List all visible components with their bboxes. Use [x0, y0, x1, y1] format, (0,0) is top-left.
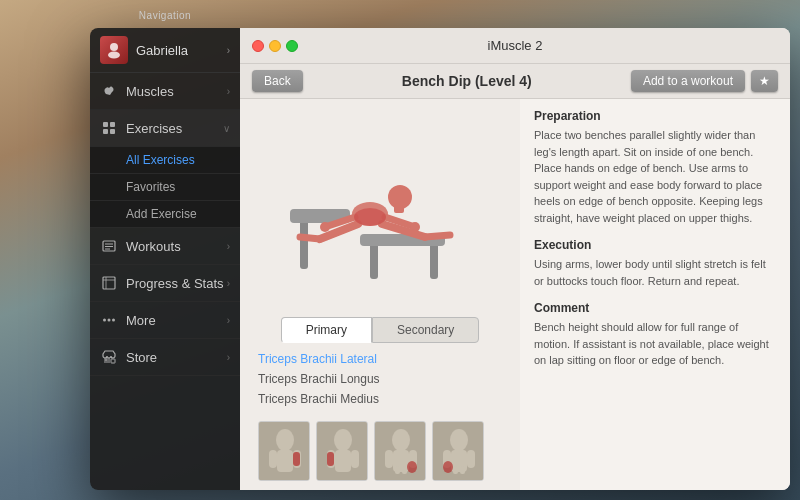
store-icon: [100, 348, 118, 366]
svg-rect-54: [385, 450, 393, 468]
svg-rect-63: [467, 450, 475, 468]
sidebar-item-store-label: Store: [126, 350, 227, 365]
svg-rect-50: [327, 452, 334, 466]
execution-heading: Execution: [534, 238, 776, 252]
tab-secondary[interactable]: Secondary: [372, 317, 479, 343]
preparation-text: Place two benches parallel slightly wide…: [534, 127, 776, 226]
svg-point-52: [392, 429, 410, 451]
execution-text: Using arms, lower body until slight stre…: [534, 256, 776, 289]
execution-section: Execution Using arms, lower body until s…: [534, 238, 776, 289]
svg-point-58: [407, 461, 417, 473]
muscle-item-triceps-longus[interactable]: Triceps Brachii Longus: [250, 369, 510, 389]
sidebar-item-more-label: More: [126, 313, 227, 328]
nav-label: Navigation: [90, 10, 240, 21]
sidebar-sub-favorites[interactable]: Favorites: [90, 174, 240, 201]
sidebar-item-workouts[interactable]: Workouts ›: [90, 228, 240, 265]
user-chevron-icon: ›: [227, 45, 230, 56]
main-content: iMuscle 2 Back Bench Dip (Level 4) Add t…: [240, 28, 790, 490]
header-actions: Add to a workout ★: [631, 70, 778, 92]
muscle-thumb-4[interactable]: [432, 421, 484, 481]
svg-rect-65: [460, 466, 465, 474]
back-button[interactable]: Back: [252, 70, 303, 92]
maximize-button[interactable]: [286, 40, 298, 52]
sidebar-item-store[interactable]: Store ›: [90, 339, 240, 376]
svg-point-40: [276, 429, 294, 451]
main-window: Gabriella › Muscles › Exercises ∨ All Ex…: [90, 28, 790, 490]
svg-point-13: [103, 319, 106, 322]
more-chevron-icon: ›: [227, 315, 230, 326]
window-title: iMuscle 2: [488, 38, 543, 53]
muscle-thumb-2[interactable]: [316, 421, 368, 481]
sidebar-item-more[interactable]: More ›: [90, 302, 240, 339]
muscle-thumb-1[interactable]: [258, 421, 310, 481]
svg-rect-56: [395, 466, 400, 474]
sidebar-item-workouts-label: Workouts: [126, 239, 227, 254]
exercises-chevron-icon: ∨: [223, 123, 230, 134]
user-name: Gabriella: [136, 43, 227, 58]
sidebar-sub-add-exercise[interactable]: Add Exercise: [90, 201, 240, 228]
description-panel: Preparation Place two benches parallel s…: [520, 99, 790, 490]
muscles-chevron-icon: ›: [227, 86, 230, 97]
add-to-workout-button[interactable]: Add to a workout: [631, 70, 745, 92]
comment-text: Bench height should allow for full range…: [534, 319, 776, 369]
svg-point-14: [108, 319, 111, 322]
sidebar-item-muscles-label: Muscles: [126, 84, 227, 99]
svg-rect-22: [300, 219, 308, 269]
svg-rect-10: [103, 277, 115, 289]
svg-point-66: [443, 461, 453, 473]
sidebar: Gabriella › Muscles › Exercises ∨ All Ex…: [90, 28, 240, 490]
comment-heading: Comment: [534, 301, 776, 315]
star-button[interactable]: ★: [751, 70, 778, 92]
titlebar: iMuscle 2: [240, 28, 790, 64]
muscle-tabs: Primary Secondary: [250, 317, 510, 343]
exercises-icon: [100, 119, 118, 137]
workouts-icon: [100, 237, 118, 255]
workouts-chevron-icon: ›: [227, 241, 230, 252]
more-icon: [100, 311, 118, 329]
sidebar-item-muscles[interactable]: Muscles ›: [90, 73, 240, 110]
muscle-list: Triceps Brachii Lateral Triceps Brachii …: [250, 343, 510, 415]
muscle-thumb-3[interactable]: [374, 421, 426, 481]
content-toolbar: Back Bench Dip (Level 4) Add to a workou…: [240, 64, 790, 99]
sidebar-sub-all-exercises[interactable]: All Exercises: [90, 147, 240, 174]
svg-line-37: [425, 235, 450, 237]
sidebar-user-item[interactable]: Gabriella ›: [90, 28, 240, 73]
preparation-section: Preparation Place two benches parallel s…: [534, 109, 776, 226]
content-body: Primary Secondary Triceps Brachii Latera…: [240, 99, 790, 490]
store-chevron-icon: ›: [227, 352, 230, 363]
svg-point-38: [354, 208, 386, 226]
sidebar-item-progress-label: Progress & Stats: [126, 276, 227, 291]
svg-rect-2: [103, 122, 108, 127]
exercise-panel: Primary Secondary Triceps Brachii Latera…: [240, 99, 520, 490]
muscle-thumbnails: [250, 415, 510, 487]
sidebar-item-exercises[interactable]: Exercises ∨: [90, 110, 240, 147]
svg-line-35: [300, 237, 320, 239]
sidebar-item-progress[interactable]: Progress & Stats ›: [90, 265, 240, 302]
muscle-item-triceps-lateral[interactable]: Triceps Brachii Lateral: [250, 349, 510, 369]
preparation-heading: Preparation: [534, 109, 776, 123]
traffic-lights: [252, 40, 298, 52]
svg-rect-41: [277, 450, 293, 472]
muscles-icon: [100, 82, 118, 100]
svg-rect-47: [335, 450, 351, 472]
minimize-button[interactable]: [269, 40, 281, 52]
svg-point-60: [450, 429, 468, 451]
svg-rect-5: [110, 129, 115, 134]
svg-rect-44: [293, 452, 300, 466]
progress-icon: [100, 274, 118, 292]
svg-point-15: [112, 319, 115, 322]
exercise-title: Bench Dip (Level 4): [313, 73, 621, 89]
close-button[interactable]: [252, 40, 264, 52]
svg-point-31: [320, 222, 330, 232]
svg-rect-21: [111, 359, 115, 363]
svg-point-46: [334, 429, 352, 451]
tab-primary[interactable]: Primary: [281, 317, 372, 343]
svg-point-1: [108, 52, 120, 59]
svg-point-0: [110, 43, 118, 51]
muscle-item-triceps-medius[interactable]: Triceps Brachii Medius: [250, 389, 510, 409]
exercise-illustration: [250, 109, 510, 309]
svg-rect-49: [351, 450, 359, 468]
avatar: [100, 36, 128, 64]
svg-rect-4: [103, 129, 108, 134]
svg-rect-57: [402, 466, 407, 474]
